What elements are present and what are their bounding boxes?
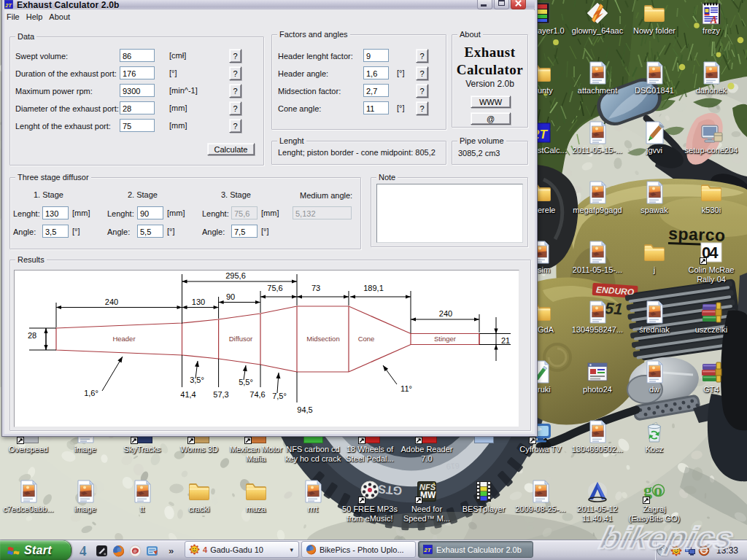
desktop-icon[interactable]: Need forSpeed™ M... <box>399 480 454 524</box>
factor-row-input[interactable] <box>363 66 389 79</box>
desktop-icon[interactable]: średniak <box>627 300 682 335</box>
tray-orange-ring-icon[interactable] <box>698 545 710 556</box>
desktop-icon[interactable]: megafp9gagd <box>570 181 625 215</box>
data-row-input[interactable] <box>120 49 155 62</box>
desktop-icon[interactable]: k530i <box>684 181 739 215</box>
desktop-icon[interactable]: uszczelki <box>684 300 739 335</box>
help-button[interactable]: ? <box>229 66 241 80</box>
help-button[interactable]: ? <box>229 119 241 133</box>
shortcut-arrow-icon <box>415 437 422 444</box>
desktop-icon[interactable]: spawak <box>627 181 682 215</box>
stage-angle-input[interactable] <box>137 225 163 238</box>
alcohol-icon <box>586 480 610 503</box>
desktop-icon[interactable]: danonek <box>684 61 739 96</box>
desktop-icon[interactable]: 2011-05-1211.40.41 <box>570 480 625 524</box>
desktop-icon[interactable]: Kosz <box>627 420 682 454</box>
data-group-label: Data <box>15 32 36 42</box>
desktop-icon-label: unty <box>538 86 553 96</box>
window-titlebar[interactable]: Exhaust Calculator 2.0b <box>3 0 536 10</box>
window-app-icon <box>4 0 14 9</box>
factor-row-input[interactable] <box>363 84 389 97</box>
task-button[interactable]: BikePics - Photo Uplo... <box>301 541 416 558</box>
desktop-icon[interactable]: Nowy folder <box>627 1 682 36</box>
desktop-icon[interactable]: setup-cone204 <box>684 121 739 155</box>
help-button[interactable]: ? <box>416 49 428 63</box>
minimize-button[interactable] <box>477 0 492 9</box>
desktop-icon[interactable]: glowny_64aac <box>570 1 625 36</box>
help-button[interactable]: ? <box>416 84 428 98</box>
desktop-icon-label: Kosz <box>646 445 663 454</box>
help-button[interactable]: ? <box>229 49 241 63</box>
desktop-icon[interactable]: 2011-05-15-... <box>570 121 625 155</box>
desktop-icon[interactable]: dw <box>627 360 682 394</box>
desktop-icon[interactable]: 1304958247... <box>570 300 625 335</box>
stage-angle-input[interactable] <box>231 225 258 238</box>
help-button[interactable]: ? <box>416 66 428 80</box>
desktop-icon[interactable]: Colin McRaeRally 04 <box>684 241 739 284</box>
help-button[interactable]: ? <box>229 84 241 98</box>
quicklaunch-red-player-icon[interactable] <box>129 545 142 557</box>
medium-angle-input[interactable] <box>293 206 352 219</box>
desktop-icon[interactable]: 2009-08-25-... <box>513 480 568 514</box>
menu-about[interactable]: About <box>47 11 74 23</box>
quicklaunch-mail-client-icon[interactable] <box>146 545 158 557</box>
stage-lenght-input[interactable] <box>231 206 258 219</box>
data-row-input[interactable] <box>120 84 155 97</box>
task-button[interactable]: Exhaust Calculator 2.0b <box>418 541 533 558</box>
www-button[interactable]: WWW <box>471 96 511 108</box>
stage-angle-input[interactable] <box>42 225 69 238</box>
quicklaunch-overflow-chevron[interactable]: » <box>169 545 174 556</box>
quicklaunch-blue-4-icon[interactable] <box>79 545 91 557</box>
desktop-icon[interactable]: jgvvi <box>627 121 682 155</box>
pipe-volume-group-label: Pipe volume <box>457 136 506 146</box>
diffusor-group-label: Three stage diffusor <box>15 173 91 182</box>
desktop-icon[interactable]: GT4 <box>684 360 739 394</box>
factor-row-input[interactable] <box>363 101 389 114</box>
menu-file[interactable]: File <box>4 11 24 23</box>
desktop-icon[interactable]: tt <box>115 480 170 514</box>
note-textarea[interactable] <box>376 184 523 243</box>
tray-gray-orb-icon[interactable] <box>657 545 668 556</box>
desktop-icon[interactable]: muza <box>228 480 284 514</box>
about-version: Version 2.0b <box>452 79 527 89</box>
desktop-icon[interactable]: DSC01841 <box>627 61 682 96</box>
desktop-icon[interactable]: BESTplayer <box>456 480 511 514</box>
desktop-icon[interactable]: rrrt <box>285 480 341 514</box>
mail-button[interactable]: @ <box>471 112 511 125</box>
lenght-group-label: Lenght <box>277 136 306 146</box>
help-button[interactable]: ? <box>416 101 428 115</box>
start-button[interactable]: Start <box>0 540 71 560</box>
maximize-button[interactable] <box>494 0 509 9</box>
desktop-icon[interactable]: Zagraj(EasyBits GO) <box>627 480 682 524</box>
factor-row-input[interactable] <box>363 49 389 62</box>
desktop-icon[interactable]: attachment <box>570 61 625 96</box>
desktop-icon[interactable]: photo24 <box>570 360 625 394</box>
menu-help[interactable]: Help <box>24 11 47 23</box>
shortcut-arrow-icon <box>358 437 365 444</box>
tray-gg-sun-icon[interactable] <box>670 545 682 556</box>
shortcut-arrow-icon <box>700 257 707 265</box>
desktop-icon[interactable]: 1304690502... <box>570 420 625 454</box>
desktop-icon-label: DSC01841 <box>635 86 674 96</box>
data-row-input[interactable] <box>120 119 155 132</box>
task-button[interactable]: 4Gadu-Gadu 10▾ <box>185 541 299 558</box>
desktop-icon[interactable]: 50 FREE MP3sfrom eMusic! <box>342 480 398 524</box>
desktop-icon[interactable]: c7edce0abb... <box>1 480 56 514</box>
desktop-icon[interactable]: image <box>58 480 113 514</box>
tray-blue-mon-icon[interactable] <box>684 545 696 556</box>
help-button[interactable]: ? <box>229 101 241 115</box>
close-button[interactable] <box>511 0 526 9</box>
quicklaunch-black-app-icon[interactable] <box>96 545 108 557</box>
data-row-input[interactable] <box>120 66 155 79</box>
desktop-icon[interactable]: frezy <box>684 1 739 36</box>
angle-label: 7,5° <box>272 392 287 400</box>
quicklaunch-firefox-icon[interactable] <box>112 545 125 557</box>
desktop-icon[interactable]: j <box>627 241 682 275</box>
task-button-label: BikePics - Photo Uplo... <box>320 545 410 554</box>
stage-lenght-input[interactable] <box>42 206 69 219</box>
calculate-button[interactable]: Calculate <box>207 143 255 155</box>
data-row-input[interactable] <box>120 101 155 114</box>
desktop-icon[interactable]: 2011-05-15-... <box>570 241 625 275</box>
stage-lenght-input[interactable] <box>137 206 163 219</box>
desktop-icon[interactable]: cracki <box>171 480 227 514</box>
